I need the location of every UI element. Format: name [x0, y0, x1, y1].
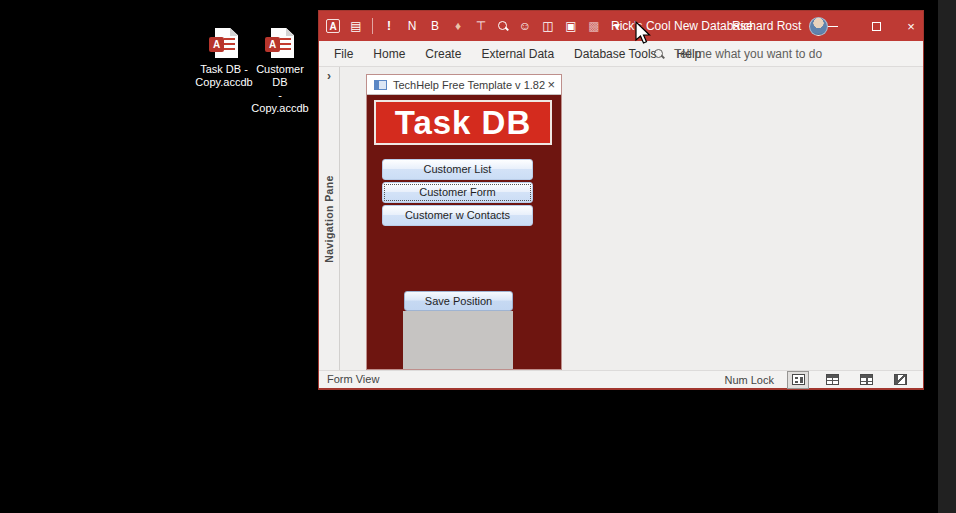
feedback-icon[interactable]: ☺: [518, 19, 532, 33]
form-close-button[interactable]: ×: [547, 75, 555, 95]
image-icon[interactable]: ▣: [564, 19, 578, 33]
ribbon-tab-bar: File Home Create External Data Database …: [319, 41, 923, 67]
desktop-icon-label: Customer DB - Copy.accdb: [249, 63, 311, 115]
status-right-group: Num Lock: [724, 371, 910, 388]
save-icon[interactable]: ▤: [349, 19, 363, 33]
tab-create[interactable]: Create: [415, 41, 471, 67]
account-name: Richard Rost: [732, 19, 801, 33]
customer-form-button[interactable]: Customer Form: [382, 182, 533, 203]
form-view-button[interactable]: [788, 372, 808, 388]
form-header-text: Task DB: [395, 104, 532, 142]
save-position-button[interactable]: Save Position: [404, 291, 513, 311]
form-body: Task DB Customer List Customer Form Cust…: [367, 95, 561, 369]
close-button[interactable]: ×: [897, 11, 925, 41]
datasheet-view-button[interactable]: [822, 372, 842, 388]
desktop-right-strip: [938, 0, 956, 513]
minimize-icon: [828, 26, 838, 27]
desktop-icon-customer-db-copy[interactable]: A Customer DB - Copy.accdb: [249, 28, 311, 115]
design-view-icon[interactable]: N: [405, 19, 419, 33]
tell-me-placeholder: Tell me what you want to do: [674, 47, 822, 61]
tab-external-data[interactable]: External Data: [471, 41, 564, 67]
form-window: TechHelp Free Template v 1.82 × Task DB …: [366, 74, 562, 370]
customer-list-button[interactable]: Customer List: [382, 159, 533, 180]
search-icon[interactable]: [497, 20, 509, 32]
design-view-icon: [894, 374, 907, 385]
camera-icon[interactable]: ◫: [541, 19, 555, 33]
layout-view-icon: [860, 374, 873, 385]
customer-w-contacts-button[interactable]: Customer w Contacts: [382, 205, 533, 226]
title-bar: A ▤ ! N B ♦ ⊤ ☺ ◫ ▣ ▩ ▾ Rick's Cool New …: [319, 11, 923, 41]
minimize-button[interactable]: [819, 11, 847, 41]
access-app-icon[interactable]: A: [326, 19, 340, 33]
search-icon: [653, 48, 665, 60]
form-header-box: Task DB: [374, 100, 552, 145]
form-icon: [374, 80, 387, 90]
datasheet-view-icon: [826, 374, 839, 385]
access-file-icon: A: [265, 28, 295, 60]
status-view-label: Form View: [327, 371, 379, 388]
navigation-pane-label: Navigation Pane: [323, 175, 335, 263]
form-view-icon: [792, 374, 805, 385]
tab-home[interactable]: Home: [363, 41, 415, 67]
run-icon[interactable]: !: [382, 19, 396, 33]
maximize-button[interactable]: [862, 11, 890, 41]
tab-file[interactable]: File: [324, 41, 363, 67]
num-lock-indicator: Num Lock: [724, 374, 774, 386]
form-window-titlebar[interactable]: TechHelp Free Template v 1.82 ×: [367, 75, 561, 95]
account-area[interactable]: Richard Rost: [732, 11, 828, 41]
form-design-icon[interactable]: ⊤: [474, 19, 488, 33]
layout-view-button[interactable]: [856, 372, 876, 388]
form-window-title: TechHelp Free Template v 1.82: [393, 79, 545, 91]
desktop-icon-label: Task DB - Copy.accdb: [193, 63, 255, 89]
format-painter-icon[interactable]: ♦: [451, 19, 465, 33]
design-view-button[interactable]: [890, 372, 910, 388]
report-icon[interactable]: B: [428, 19, 442, 33]
tell-me-search[interactable]: Tell me what you want to do: [653, 41, 822, 67]
status-bar: Form View Num Lock: [319, 370, 923, 388]
access-window: A ▤ ! N B ♦ ⊤ ☺ ◫ ▣ ▩ ▾ Rick's Cool New …: [318, 10, 924, 390]
form-subform-placeholder: [403, 311, 513, 369]
access-file-icon: A: [209, 28, 239, 60]
navigation-pane-collapsed[interactable]: › Navigation Pane: [319, 67, 340, 370]
desktop-icon-task-db-copy[interactable]: A Task DB - Copy.accdb: [193, 28, 255, 89]
quick-access-toolbar: A ▤ ! N B ♦ ⊤ ☺ ◫ ▣ ▩ ▾: [326, 11, 624, 41]
expand-nav-pane-icon[interactable]: ›: [319, 67, 339, 85]
maximize-icon: [872, 22, 881, 31]
tab-database-tools[interactable]: Database Tools: [564, 41, 667, 67]
close-icon: ×: [907, 19, 915, 34]
window-icon[interactable]: ▩: [587, 19, 601, 33]
workspace: › Navigation Pane TechHelp Free Template…: [319, 67, 923, 370]
toolbar-separator: [372, 18, 373, 34]
